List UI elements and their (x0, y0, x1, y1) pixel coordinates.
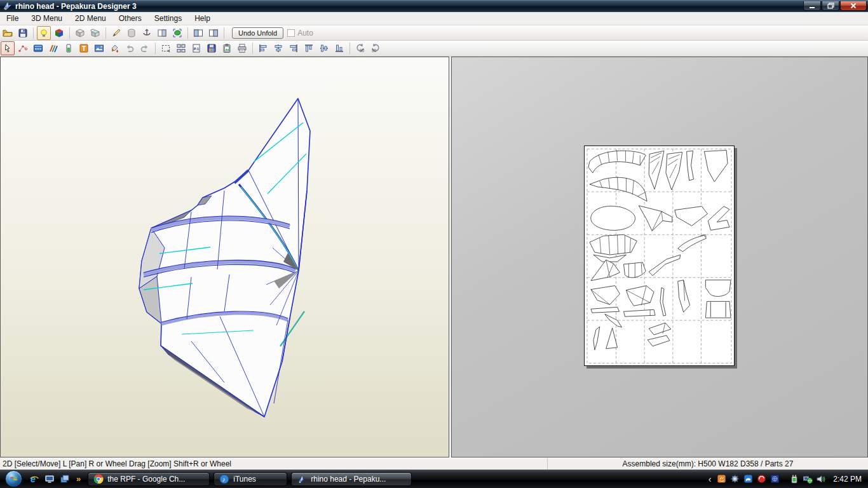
cylinder-icon (126, 28, 137, 38)
undo-unfold-button[interactable]: Undo Unfold (232, 27, 283, 39)
rotate-cw-90-icon: 90 (370, 43, 381, 53)
close-button[interactable] (840, 1, 867, 11)
menu-help[interactable]: Help (188, 13, 217, 24)
task-button-pepakura[interactable]: rhino head - Pepaku... (291, 472, 412, 486)
copy-clipboard-button[interactable] (220, 41, 234, 55)
task-button-itunes[interactable]: ♪iTunes (214, 472, 287, 486)
page-number-button[interactable]: P.1 (189, 41, 203, 55)
side-pane-button[interactable] (155, 26, 169, 40)
menu-others[interactable]: Others (112, 13, 148, 24)
tray-network[interactable] (802, 473, 813, 484)
layout-left-button[interactable] (191, 26, 205, 40)
viewport-3d[interactable] (0, 57, 449, 458)
tray-java[interactable] (716, 473, 727, 484)
color-pens-button[interactable] (46, 41, 60, 55)
unfolded-parts (588, 150, 731, 349)
tray-gear[interactable] (729, 473, 740, 484)
insert-text-button[interactable] (77, 41, 91, 55)
chrome-icon (93, 474, 104, 484)
menu-settings[interactable]: Settings (148, 13, 188, 24)
anchor-button[interactable] (140, 26, 154, 40)
tray-volume[interactable] (815, 473, 826, 484)
align-left-button[interactable] (256, 41, 270, 55)
menu-3d-menu[interactable]: 3D Menu (25, 13, 69, 24)
align-center-horizontal-button[interactable] (317, 41, 331, 55)
zipper-edit-icon (33, 43, 43, 53)
tray-messenger[interactable] (743, 473, 754, 484)
insert-image-icon (94, 43, 104, 53)
export-image-button[interactable] (205, 41, 219, 55)
model-select-icon (172, 28, 182, 38)
anchor-icon (142, 28, 152, 38)
box-closed-icon (75, 28, 85, 38)
align-right-button[interactable] (287, 41, 301, 55)
zipper-edit-button[interactable] (31, 41, 45, 55)
tray-blue-app[interactable] (770, 473, 780, 484)
tray-antivirus[interactable] (756, 473, 767, 484)
rotate-ccw-90-button[interactable]: 90 (353, 41, 367, 55)
light-toggle-button[interactable] (37, 26, 51, 40)
toolbar-separator (252, 43, 253, 54)
align-bottom-icon (334, 43, 344, 53)
marquee-select-button[interactable] (159, 41, 173, 55)
open-folder-button[interactable] (1, 26, 15, 40)
align-center-vertical-button[interactable] (271, 41, 285, 55)
quick-launch-switch-windows[interactable] (58, 473, 71, 485)
quick-launch-overflow-chevron[interactable]: » (76, 474, 81, 484)
redo-button[interactable] (138, 41, 152, 55)
print-button[interactable] (235, 41, 249, 55)
menu-bar: File3D Menu2D MenuOthersSettingsHelp (0, 12, 868, 25)
fill-pattern-button[interactable] (107, 41, 121, 55)
toolbar-separator (155, 43, 156, 54)
menu-file[interactable]: File (0, 13, 25, 24)
status-assembled-size: Assembled size(mm): H500 W182 D358 / Par… (548, 458, 868, 470)
toolbar-separator (349, 43, 350, 54)
edge-select-button[interactable] (16, 41, 30, 55)
task-button-chrome[interactable]: the RPF - Google Ch... (88, 472, 210, 486)
redo-icon (140, 43, 150, 53)
insert-image-button[interactable] (92, 41, 106, 55)
select-move-icon (3, 43, 13, 53)
align-top-button[interactable] (302, 41, 316, 55)
arrange-parts-button[interactable] (174, 41, 188, 55)
model-select-button[interactable] (170, 26, 184, 40)
tray-expand-chevron[interactable]: ‹ (709, 474, 712, 484)
textured-view-button[interactable] (52, 26, 66, 40)
undo-button[interactable] (123, 41, 137, 55)
align-bottom-button[interactable] (332, 41, 346, 55)
model-3d-rhino-head (1, 57, 449, 457)
menu-2d-menu[interactable]: 2D Menu (69, 13, 112, 24)
light-toggle-icon (39, 28, 49, 38)
rotate-ccw-90-icon: 90 (355, 43, 365, 53)
gear-icon (730, 474, 740, 484)
arrange-parts-icon (176, 43, 186, 53)
edge-pen-button[interactable] (109, 26, 123, 40)
clock: 2:42 PM (833, 475, 862, 484)
save-button[interactable] (16, 26, 30, 40)
quick-launch-show-desktop[interactable] (43, 473, 56, 485)
pepakura-icon (297, 474, 307, 484)
glue-tab-button[interactable] (62, 41, 76, 55)
workspace (0, 57, 868, 458)
quick-launch-internet-explorer[interactable]: e (28, 473, 41, 485)
select-move-button[interactable] (1, 41, 15, 55)
start-button[interactable] (5, 470, 22, 487)
copy-clipboard-icon (222, 43, 232, 53)
svg-text:90: 90 (372, 48, 377, 53)
restore-button[interactable] (822, 1, 839, 11)
box-open-button[interactable] (88, 26, 102, 40)
layout-right-button[interactable] (207, 26, 220, 40)
minimize-button[interactable] (803, 1, 821, 11)
tray-power-plug[interactable] (789, 473, 799, 484)
rotate-cw-90-button[interactable]: 90 (369, 41, 383, 55)
viewport-2d[interactable] (451, 57, 868, 458)
box-closed-button[interactable] (73, 26, 87, 40)
textured-view-icon (54, 28, 64, 38)
2d-toolbar: P.19090 (0, 41, 868, 57)
auto-checkbox[interactable] (287, 29, 295, 37)
quick-launch: e (27, 473, 72, 485)
cylinder-button[interactable] (125, 26, 139, 40)
undo-icon (125, 43, 135, 53)
open-folder-icon (3, 28, 13, 38)
box-open-icon (90, 28, 100, 38)
